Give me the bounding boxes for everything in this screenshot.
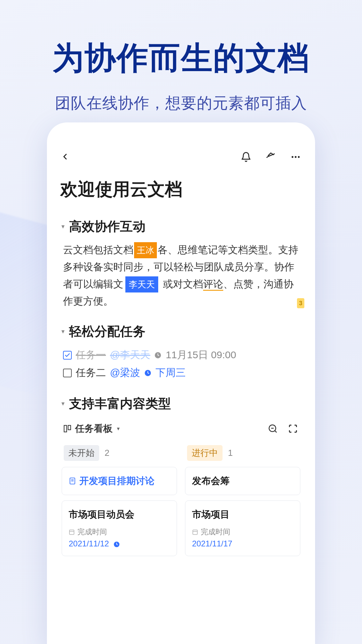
doc-title: 欢迎使用云文档 <box>60 178 302 201</box>
card-title-text: 市场项目 <box>192 508 230 521</box>
kanban-label: 任务看板 <box>75 422 113 435</box>
kanban-column-notstarted: 未开始 2 开发项目排期讨论 市场项目动员会 <box>62 445 177 561</box>
column-tag[interactable]: 未开始 <box>64 445 99 461</box>
card-title-text: 市场项目动员会 <box>69 508 134 521</box>
column-count: 2 <box>105 448 109 458</box>
task-date: 下周三 <box>156 366 186 380</box>
card-meta-label: 完成时间 <box>201 527 230 537</box>
card-date: 2021/11/12 <box>69 539 170 548</box>
kanban-title-dropdown[interactable]: 任务看板 ▼ <box>63 422 121 435</box>
task-date: 11月15日 09:00 <box>166 348 236 362</box>
svg-point-1 <box>295 156 296 158</box>
kanban-card[interactable]: 开发项目排期讨论 <box>62 467 177 495</box>
comment-highlight[interactable]: 评论 <box>203 278 223 291</box>
doc-icon <box>69 477 76 485</box>
column-tag[interactable]: 进行中 <box>187 445 223 461</box>
text-segment: 或对文档 <box>160 278 203 289</box>
zoom-out-icon[interactable] <box>267 423 279 435</box>
promo-subtitle: 团队在线协作，想要的元素都可插入 <box>0 93 362 114</box>
section-title: 支持丰富内容类型 <box>69 395 171 412</box>
text-segment: 云文档包括文档 <box>63 244 133 255</box>
caret-icon[interactable]: ▼ <box>60 401 66 407</box>
phone-mockup: 欢迎使用云文档 ▼ 高效协作互动 云文档包括文档王冰各、思维笔记等文档类型。支持… <box>47 122 315 644</box>
user-tag-orange[interactable]: 王冰 <box>134 242 157 258</box>
svg-point-2 <box>298 156 300 158</box>
calendar-icon <box>192 529 198 535</box>
caret-icon[interactable]: ▼ <box>60 224 66 230</box>
section-tasks: ▼ 轻松分配任务 任务一 @李天天 11月15日 09:00 任务二 @梁波 <box>60 323 302 382</box>
task-mention[interactable]: @梁波 <box>110 366 140 380</box>
fullscreen-icon[interactable] <box>287 423 299 435</box>
more-icon[interactable] <box>290 151 302 163</box>
task-name: 任务一 <box>76 348 106 362</box>
checkbox-checked[interactable] <box>63 351 72 360</box>
task-name: 任务二 <box>76 366 106 380</box>
clock-icon <box>113 541 120 548</box>
checkbox-unchecked[interactable] <box>63 369 72 377</box>
kanban-toolbar: 任务看板 ▼ <box>60 419 302 438</box>
body-paragraph: 云文档包括文档王冰各、思维笔记等文档类型。支持多种设备实时同步，可以轻松与团队成… <box>60 241 302 310</box>
section-content-types: ▼ 支持丰富内容类型 任务看板 ▼ <box>60 395 302 561</box>
card-title-text: 开发项目排期讨论 <box>79 475 155 487</box>
calendar-icon <box>69 529 75 535</box>
svg-rect-16 <box>193 530 197 535</box>
back-button[interactable] <box>60 149 70 164</box>
kanban-card[interactable]: 市场项目 完成时间 2021/11/17 <box>185 500 300 556</box>
user-tag-blue[interactable]: 李天天 <box>125 276 158 292</box>
comment-count-badge[interactable]: 3 <box>297 298 304 309</box>
share-icon[interactable] <box>265 151 277 163</box>
clock-icon <box>144 369 152 377</box>
promo-title: 为协作而生的文档 <box>0 37 362 79</box>
clock-icon <box>154 352 162 359</box>
svg-rect-13 <box>69 530 74 535</box>
app-top-bar <box>60 143 302 178</box>
caret-icon[interactable]: ▼ <box>60 329 66 335</box>
section-title: 轻松分配任务 <box>69 323 145 340</box>
card-date: 2021/11/17 <box>192 539 293 548</box>
task-row[interactable]: 任务二 @梁波 下周三 <box>60 364 302 382</box>
notification-icon[interactable] <box>240 151 252 163</box>
kanban-board: 未开始 2 开发项目排期讨论 市场项目动员会 <box>60 445 302 561</box>
card-title-text: 发布会筹 <box>192 475 230 487</box>
kanban-card[interactable]: 市场项目动员会 完成时间 2021/11/12 <box>62 500 177 556</box>
svg-point-0 <box>292 156 293 158</box>
kanban-column-inprogress: 进行中 1 发布会筹 市场项目 完成时间 <box>185 445 300 561</box>
task-row[interactable]: 任务一 @李天天 11月15日 09:00 <box>60 346 302 364</box>
task-mention[interactable]: @李天天 <box>110 348 150 362</box>
kanban-card[interactable]: 发布会筹 <box>185 467 300 495</box>
section-title: 高效协作互动 <box>69 218 145 235</box>
column-count: 1 <box>228 448 233 458</box>
card-meta-label: 完成时间 <box>77 527 107 537</box>
svg-line-8 <box>275 431 277 432</box>
svg-rect-5 <box>64 426 67 432</box>
svg-rect-6 <box>68 426 71 430</box>
section-collaboration: ▼ 高效协作互动 云文档包括文档王冰各、思维笔记等文档类型。支持多种设备实时同步… <box>60 218 302 310</box>
